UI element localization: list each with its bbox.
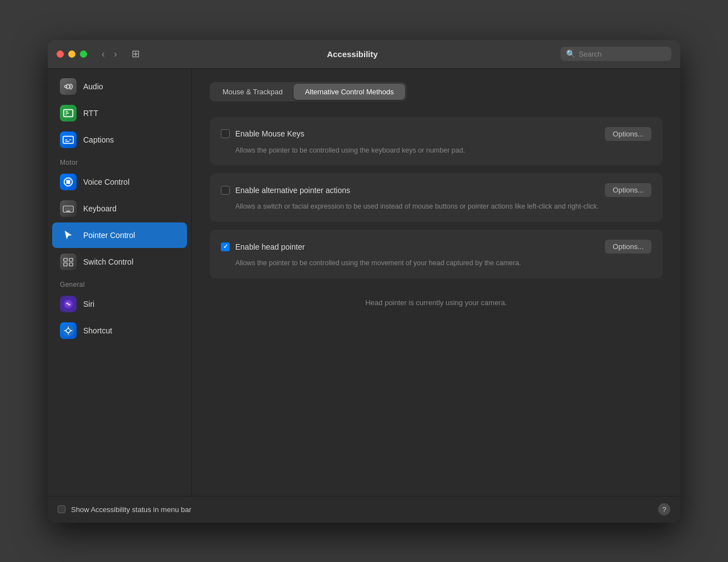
sidebar-item-switch-control[interactable]: Switch Control	[52, 249, 187, 275]
search-input[interactable]	[579, 50, 662, 58]
tab-alternative-control[interactable]: Alternative Control Methods	[294, 84, 405, 100]
mouse-keys-options-button[interactable]: Options...	[605, 127, 651, 141]
window-title: Accessibility	[151, 49, 554, 59]
traffic-lights	[57, 50, 87, 58]
maximize-button[interactable]	[80, 50, 87, 58]
accessibility-status-label: Show Accessibility status in menu bar	[71, 505, 191, 514]
section-label-general: General	[48, 275, 191, 291]
head-pointer-options-button[interactable]: Options...	[605, 240, 651, 254]
svg-rect-8	[69, 262, 73, 266]
sidebar-item-shortcut-label: Shortcut	[83, 326, 112, 335]
sidebar-item-rtt-label: RTT	[83, 109, 98, 118]
sidebar-item-switch-control-label: Switch Control	[83, 257, 133, 266]
setting-alt-pointer: Enable alternative pointer actions Optio…	[210, 173, 663, 222]
sidebar-item-keyboard[interactable]: Keyboard	[52, 196, 187, 221]
sidebar-item-siri[interactable]: Siri	[52, 291, 187, 317]
keyboard-icon	[60, 200, 77, 217]
setting-mouse-keys: Enable Mouse Keys Options... Allows the …	[210, 117, 663, 166]
mouse-keys-title: Enable Mouse Keys	[235, 129, 305, 138]
alt-pointer-options-button[interactable]: Options...	[605, 183, 651, 197]
setting-mouse-keys-left: Enable Mouse Keys	[221, 129, 305, 138]
alt-pointer-title: Enable alternative pointer actions	[235, 186, 350, 195]
setting-head-pointer-left: Enable head pointer	[221, 242, 305, 251]
minimize-button[interactable]	[68, 50, 75, 58]
sidebar-item-siri-label: Siri	[83, 300, 94, 308]
sidebar: Audio RTT	[48, 69, 192, 496]
svg-rect-1	[63, 136, 73, 143]
pointer-control-icon	[60, 227, 77, 244]
tab-mouse-trackpad[interactable]: Mouse & Trackpad	[211, 84, 294, 100]
setting-alt-pointer-left: Enable alternative pointer actions	[221, 186, 350, 195]
content-panel: Mouse & Trackpad Alternative Control Met…	[192, 69, 680, 496]
shortcut-icon	[60, 322, 77, 339]
search-icon: 🔍	[566, 49, 575, 58]
help-button[interactable]: ?	[658, 503, 670, 515]
sidebar-item-voice-control[interactable]: Voice Control	[52, 169, 187, 195]
setting-mouse-keys-header: Enable Mouse Keys Options...	[221, 127, 651, 141]
mouse-keys-description: Allows the pointer to be controlled usin…	[221, 145, 651, 156]
sidebar-item-pointer-control-label: Pointer Control	[83, 231, 135, 240]
setting-head-pointer: Enable head pointer Options... Allows th…	[210, 230, 663, 279]
close-button[interactable]	[57, 50, 64, 58]
svg-rect-5	[64, 258, 67, 261]
switch-control-icon	[60, 254, 77, 270]
titlebar: ‹ › ⊞ Accessibility 🔍	[48, 40, 680, 69]
captions-icon	[60, 131, 77, 148]
back-button[interactable]: ‹	[98, 47, 108, 61]
forward-button[interactable]: ›	[110, 47, 120, 61]
sidebar-item-voice-control-label: Voice Control	[83, 178, 129, 186]
section-label-motor: Motor	[48, 153, 191, 169]
svg-rect-6	[69, 258, 73, 261]
bottom-bar: Show Accessibility status in menu bar ?	[48, 496, 680, 523]
tabs: Mouse & Trackpad Alternative Control Met…	[210, 82, 407, 102]
sidebar-item-shortcut[interactable]: Shortcut	[52, 318, 187, 343]
head-pointer-description: Allows the pointer to be controlled usin…	[221, 258, 651, 269]
sidebar-item-rtt[interactable]: RTT	[52, 100, 187, 126]
voice-control-icon	[60, 174, 77, 190]
search-bar: 🔍	[560, 47, 671, 61]
content-inner: Mouse & Trackpad Alternative Control Met…	[192, 69, 680, 496]
head-pointer-checkbox[interactable]	[221, 242, 230, 251]
alt-pointer-description: Allows a switch or facial expression to …	[221, 201, 651, 212]
main-content: Audio RTT	[48, 69, 680, 496]
sidebar-item-audio[interactable]: Audio	[52, 74, 187, 99]
sidebar-item-audio-label: Audio	[83, 82, 103, 91]
alt-pointer-checkbox[interactable]	[221, 186, 230, 195]
sidebar-item-keyboard-label: Keyboard	[83, 204, 117, 213]
rtt-icon	[60, 105, 77, 121]
status-message: Head pointer is currently using your cam…	[210, 290, 663, 316]
svg-rect-7	[64, 262, 67, 266]
siri-icon	[60, 296, 77, 312]
setting-head-pointer-header: Enable head pointer Options...	[221, 240, 651, 254]
sidebar-item-captions-label: Captions	[83, 135, 114, 144]
head-pointer-title: Enable head pointer	[235, 242, 305, 251]
svg-point-10	[62, 325, 74, 337]
bottom-checkbox-area: Show Accessibility status in menu bar	[58, 505, 658, 514]
accessibility-status-checkbox[interactable]	[58, 505, 65, 513]
main-window: ‹ › ⊞ Accessibility 🔍	[48, 40, 680, 523]
mouse-keys-checkbox[interactable]	[221, 129, 230, 138]
audio-icon	[60, 78, 77, 95]
grid-button[interactable]: ⊞	[127, 47, 144, 61]
setting-alt-pointer-header: Enable alternative pointer actions Optio…	[221, 183, 651, 197]
sidebar-item-pointer-control[interactable]: Pointer Control	[52, 222, 187, 248]
nav-buttons: ‹ ›	[98, 47, 120, 61]
sidebar-item-captions[interactable]: Captions	[52, 127, 187, 153]
